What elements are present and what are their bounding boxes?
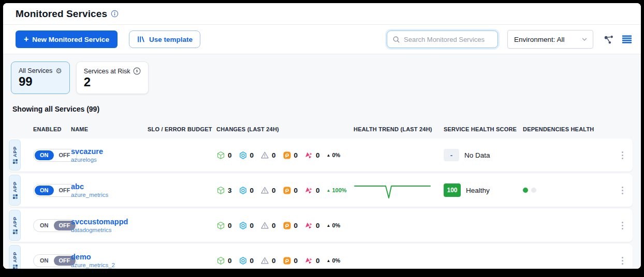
sparkline [354, 180, 431, 201]
environment-dropdown[interactable]: Environment: All [507, 30, 593, 49]
kebab-menu-icon[interactable] [620, 255, 626, 267]
page-title: Monitored Services [16, 8, 107, 20]
change-trend: ▲100% [327, 187, 347, 193]
service-name-link[interactable]: demo [71, 253, 91, 261]
pink-share-icon [304, 186, 313, 195]
kebab-menu-icon[interactable] [620, 184, 626, 197]
service-integration: azure_metrics [71, 192, 108, 198]
warning-triangle-icon [260, 221, 269, 230]
cube-icon [216, 221, 225, 230]
dependencies-cell [523, 188, 603, 193]
enabled-toggle[interactable]: ON OFF [33, 184, 77, 197]
service-type-tab: APP [9, 140, 21, 171]
service-type-label: APP [12, 217, 18, 227]
service-integration: datadogmetrics [71, 227, 112, 233]
graph-view-icon[interactable] [601, 32, 616, 47]
score-badge: - [444, 149, 459, 161]
list-view-icon[interactable] [619, 32, 635, 47]
hexagon-icon [239, 221, 247, 230]
content-area: All Services ⚙ 99 Services at Risk 2 Sho… [3, 54, 641, 269]
all-services-card[interactable]: All Services ⚙ 99 [11, 61, 70, 94]
search-input[interactable] [404, 36, 492, 43]
service-integration: azurelogs [71, 157, 97, 163]
orange-app-icon [283, 151, 291, 160]
services-at-risk-count: 2 [84, 75, 141, 89]
plus-icon: + [24, 35, 28, 43]
toggle-on[interactable]: ON [35, 221, 54, 230]
changes-cell: 3 0 0 0 0 ▲100% [216, 186, 354, 195]
toggle-on[interactable]: ON [35, 150, 54, 160]
gear-icon: ⚙ [55, 67, 62, 74]
table-header: ENABLED NAME SLO / ERROR BUDGET CHANGES … [8, 126, 633, 132]
warning-triangle-icon [260, 186, 269, 195]
showing-text: Showing all Services (99) [12, 105, 641, 113]
health-score-cell: - No Data [444, 149, 523, 161]
col-deps: DEPENDENCIES HEALTH [523, 126, 603, 132]
service-type-label: APP [12, 252, 18, 263]
service-name-link[interactable]: abc [71, 182, 84, 191]
kebab-menu-icon[interactable] [620, 149, 626, 162]
toolbar-right: Environment: All [387, 30, 635, 49]
col-changes: CHANGES (LAST 24H) [216, 126, 354, 132]
service-type-tab: APP [9, 245, 21, 269]
titlebar: Monitored Services [3, 3, 641, 25]
kebab-menu-icon[interactable] [620, 220, 626, 232]
score-label: Healthy [466, 187, 490, 194]
gray-dot [531, 188, 536, 193]
enabled-toggle[interactable]: ON OFF [33, 149, 77, 162]
enabled-toggle[interactable]: ON OFF [33, 219, 77, 232]
services-at-risk-label: Services at Risk [84, 68, 130, 75]
score-badge: 100 [444, 183, 461, 197]
monitored-services-page: Monitored Services + New Monitored Servi… [3, 3, 641, 269]
hexagon-icon [239, 256, 247, 265]
services-at-risk-card[interactable]: Services at Risk 2 [76, 61, 149, 94]
change-trend: ▲0% [327, 257, 341, 264]
table-row: APP ON OFF demo azure_metrics_2 0 0 [8, 244, 633, 269]
service-type-tab: APP [9, 210, 21, 241]
score-label: No Data [464, 151, 490, 159]
search-icon [392, 36, 400, 43]
orange-app-icon [283, 256, 291, 265]
cube-icon [216, 256, 225, 265]
hexagon-icon [239, 186, 247, 195]
all-services-label: All Services [19, 67, 52, 74]
summary-cards: All Services ⚙ 99 Services at Risk 2 [3, 54, 641, 94]
col-trend: HEALTH TREND (LAST 24H) [354, 126, 444, 132]
template-icon [137, 35, 145, 43]
changes-cell: 0 0 0 0 0 ▲0% [216, 151, 354, 160]
all-services-count: 99 [19, 75, 62, 88]
green-dot [523, 188, 528, 193]
col-slo: SLO / ERROR BUDGET [148, 126, 216, 132]
bolt-circle-icon [133, 67, 141, 75]
service-type-label: APP [12, 181, 18, 192]
service-name-link[interactable]: svccustomappd [71, 218, 128, 226]
service-name-link[interactable]: svcazure [71, 147, 103, 156]
orange-app-icon [283, 186, 291, 195]
service-integration: azure_metrics_2 [71, 262, 115, 268]
table-body: APP ON OFF svcazure azurelogs 0 0 [3, 138, 641, 269]
warning-triangle-icon [260, 151, 269, 160]
health-score-cell: 100 Healthy [444, 183, 523, 197]
pink-share-icon [304, 151, 313, 160]
use-template-button[interactable]: Use template [129, 30, 200, 48]
col-name: NAME [71, 126, 148, 132]
app-grid-icon [12, 159, 17, 164]
app-grid-icon [12, 229, 17, 234]
enabled-toggle[interactable]: ON OFF [33, 254, 77, 267]
pink-share-icon [304, 221, 313, 230]
chevron-down-icon [581, 36, 588, 42]
changes-cell: 0 0 0 0 0 ▲0% [216, 221, 354, 230]
new-monitored-service-button[interactable]: + New Monitored Service [16, 30, 118, 48]
toggle-on[interactable]: ON [35, 256, 54, 266]
change-trend: ▲0% [327, 222, 341, 228]
table-row: APP ON OFF svcazure azurelogs 0 0 [8, 138, 633, 172]
warning-triangle-icon [260, 256, 269, 265]
toggle-on[interactable]: ON [35, 186, 54, 195]
service-type-label: APP [12, 146, 18, 157]
app-grid-icon [12, 194, 17, 199]
search-box [387, 30, 498, 48]
info-icon[interactable] [111, 10, 119, 18]
table-row: APP ON OFF abc azure_metrics 3 0 [8, 174, 633, 207]
cube-icon [216, 186, 225, 195]
changes-cell: 0 0 0 0 0 ▲0% [216, 256, 354, 265]
